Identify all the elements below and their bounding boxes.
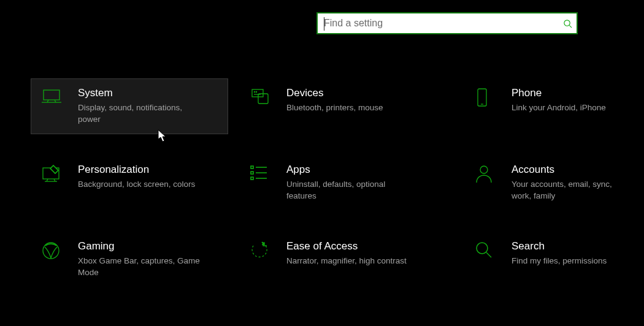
tile-title: Devices bbox=[286, 86, 443, 100]
settings-grid: System Display, sound, notifications, po… bbox=[31, 78, 632, 287]
svg-point-23 bbox=[480, 166, 488, 173]
personalization-icon bbox=[41, 163, 67, 183]
search-tile-icon bbox=[475, 240, 500, 259]
tile-desc: Narrator, magnifier, high contrast bbox=[286, 255, 415, 267]
svg-rect-17 bbox=[251, 166, 253, 169]
phone-icon bbox=[475, 86, 500, 108]
tile-accounts[interactable]: Accounts Your accounts, email, sync, wor… bbox=[464, 155, 636, 211]
tile-devices[interactable]: Devices Bluetooth, printers, mouse bbox=[239, 78, 453, 134]
tile-title: Gaming bbox=[78, 240, 218, 253]
tile-phone[interactable]: Phone Link your Android, iPhone bbox=[464, 78, 636, 134]
svg-line-27 bbox=[486, 252, 491, 257]
tile-desc: Bluetooth, printers, mouse bbox=[286, 102, 415, 113]
svg-rect-11 bbox=[478, 89, 486, 106]
svg-point-26 bbox=[477, 243, 488, 254]
tile-title: Accounts bbox=[512, 163, 626, 176]
ease-of-access-icon bbox=[250, 240, 275, 260]
tile-title: Apps bbox=[286, 163, 443, 176]
svg-point-9 bbox=[256, 91, 256, 92]
tile-title: Personalization bbox=[78, 163, 218, 176]
tile-gaming[interactable]: Gaming Xbox Game Bar, captures, Game Mod… bbox=[31, 232, 228, 287]
tile-desc: Xbox Game Bar, captures, Game Mode bbox=[78, 255, 207, 278]
text-caret bbox=[324, 17, 324, 31]
system-icon bbox=[41, 86, 67, 105]
svg-point-24 bbox=[43, 243, 59, 259]
search-input[interactable] bbox=[318, 18, 558, 29]
tile-personalization[interactable]: Personalization Background, lock screen,… bbox=[31, 155, 228, 211]
tile-title: Search bbox=[512, 240, 626, 253]
tile-apps[interactable]: Apps Uninstall, defaults, optional featu… bbox=[239, 155, 453, 211]
tile-desc: Uninstall, defaults, optional features bbox=[286, 178, 415, 202]
gaming-icon bbox=[41, 240, 67, 260]
tile-title: Phone bbox=[512, 86, 626, 100]
tile-desc: Background, lock screen, colors bbox=[78, 178, 207, 190]
svg-point-0 bbox=[564, 20, 569, 25]
svg-rect-18 bbox=[251, 172, 253, 174]
accounts-icon bbox=[475, 163, 500, 184]
tile-desc: Your accounts, email, sync, work, family bbox=[512, 178, 626, 202]
tile-title: System bbox=[78, 86, 218, 100]
svg-rect-2 bbox=[44, 90, 59, 100]
search-icon bbox=[558, 19, 577, 28]
svg-point-8 bbox=[254, 91, 255, 92]
tile-search[interactable]: Search Find my files, permissions bbox=[464, 232, 636, 287]
tile-system[interactable]: System Display, sound, notifications, po… bbox=[31, 78, 228, 134]
tile-title: Ease of Access bbox=[286, 240, 443, 253]
tile-desc: Display, sound, notifications, power bbox=[78, 102, 207, 125]
search-box[interactable] bbox=[316, 12, 578, 34]
tile-desc: Find my files, permissions bbox=[512, 255, 626, 267]
tile-ease-of-access[interactable]: Ease of Access Narrator, magnifier, high… bbox=[239, 232, 453, 287]
apps-icon bbox=[250, 163, 275, 181]
tile-desc: Link your Android, iPhone bbox=[512, 102, 626, 113]
svg-rect-19 bbox=[251, 177, 253, 180]
svg-line-1 bbox=[569, 25, 572, 28]
devices-icon bbox=[250, 86, 275, 106]
svg-rect-6 bbox=[252, 89, 263, 97]
